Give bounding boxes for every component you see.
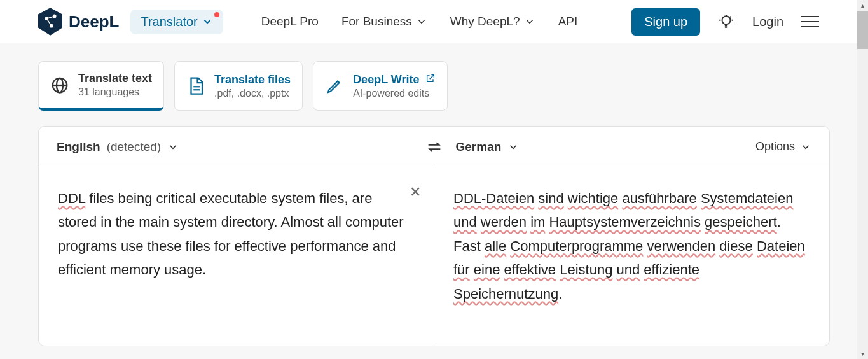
tw: wichtige <box>568 190 618 206</box>
hamburger-line-icon <box>801 21 819 22</box>
tab-write-title: DeepL Write <box>353 73 435 87</box>
chevron-down-icon <box>524 16 535 27</box>
tab-files-title: Translate files <box>214 73 291 87</box>
tw: effiziente <box>644 262 699 278</box>
chevron-down-icon <box>416 16 427 27</box>
tab-text-sub: 31 languages <box>78 87 152 98</box>
target-language-selector[interactable]: German Options <box>431 140 830 154</box>
lightbulb-icon[interactable] <box>718 13 734 30</box>
tab-files-sub: .pdf, .docx, .pptx <box>214 88 291 99</box>
scrollbar-thumb[interactable] <box>857 11 868 49</box>
tab-translate-files[interactable]: Translate files .pdf, .docx, .pptx <box>174 61 303 111</box>
translator-panel: English (detected) German Options ✕ DDL … <box>38 126 830 346</box>
svg-point-6 <box>722 16 731 24</box>
chevron-down-icon <box>167 141 179 153</box>
nav-api[interactable]: API <box>558 15 578 29</box>
tw: Leistung <box>560 262 612 278</box>
tw: DDL-Dateien <box>453 190 534 206</box>
tw: Systemdateien <box>701 190 794 206</box>
header-right: Sign up Login <box>631 8 819 36</box>
translator-label: Translator <box>141 15 197 29</box>
source-word: DDL <box>58 190 85 206</box>
tw: Speichernutzung <box>453 286 558 302</box>
tw: gespeichert <box>705 214 777 230</box>
tw: sind <box>538 190 563 206</box>
pencil-icon <box>325 76 344 95</box>
tw: Computerprogramme <box>510 238 643 254</box>
nav-why[interactable]: Why DeepL? <box>450 15 535 29</box>
source-rest: files being critical executable system f… <box>58 190 404 278</box>
tw: diese <box>719 238 753 254</box>
options-button[interactable]: Options <box>755 140 829 153</box>
deepl-logo-icon <box>38 8 62 36</box>
tw: alle <box>485 238 506 254</box>
external-link-icon <box>425 73 436 83</box>
tw: und <box>617 262 640 278</box>
tp: . <box>558 286 562 302</box>
translation-panes: ✕ DDL files being critical executable sy… <box>39 167 829 346</box>
header: DeepL Translator DeepL Pro For Business … <box>0 0 857 43</box>
language-bar: English (detected) German Options <box>39 127 829 167</box>
translator-dropdown[interactable]: Translator <box>130 10 223 34</box>
source-lang-detected: (detected) <box>107 140 162 154</box>
signup-button[interactable]: Sign up <box>631 8 700 36</box>
clear-text-button[interactable]: ✕ <box>410 180 421 204</box>
hamburger-line-icon <box>801 16 819 17</box>
target-text-area[interactable]: DDL-Dateien sind wichtige ausführbare Sy… <box>434 167 829 346</box>
login-link[interactable]: Login <box>752 15 783 29</box>
scroll-down-icon[interactable]: ▾ <box>857 348 868 359</box>
tw: eine <box>474 262 500 278</box>
tw: effektive <box>504 262 556 278</box>
tab-translate-text[interactable]: Translate text 31 languages <box>38 61 164 111</box>
tw: verwenden <box>647 238 715 254</box>
globe-icon <box>50 76 69 95</box>
logo[interactable]: DeepL <box>38 8 119 36</box>
brand-name: DeepL <box>69 12 119 32</box>
tw: für <box>453 262 470 278</box>
tw: im <box>530 214 545 230</box>
document-icon <box>186 76 205 95</box>
target-lang-name: German <box>456 140 502 154</box>
tw: und <box>453 214 477 230</box>
hamburger-line-icon <box>801 26 819 27</box>
source-text-area[interactable]: ✕ DDL files being critical executable sy… <box>39 167 434 346</box>
tw: Dateien <box>757 238 805 254</box>
main-nav: DeepL Pro For Business Why DeepL? API <box>261 15 577 29</box>
menu-button[interactable] <box>801 16 819 27</box>
source-language-selector[interactable]: English (detected) <box>39 140 431 154</box>
source-lang-name: English <box>57 140 100 154</box>
vertical-scrollbar[interactable]: ▴ ▾ <box>857 0 868 359</box>
chevron-down-icon <box>507 141 519 153</box>
scroll-up-icon[interactable]: ▴ <box>857 0 868 11</box>
nav-business[interactable]: For Business <box>341 15 427 29</box>
mode-tabs: Translate text 31 languages Translate fi… <box>0 43 868 111</box>
tab-deepl-write[interactable]: DeepL Write AI-powered edits <box>313 61 447 111</box>
tw: ausführbare <box>622 190 696 206</box>
tw: Hauptsystemverzeichnis <box>549 214 700 230</box>
swap-languages-button[interactable] <box>424 136 445 158</box>
notification-dot-icon <box>214 12 219 17</box>
chevron-down-icon <box>800 141 811 153</box>
tab-text-title: Translate text <box>78 72 152 85</box>
swap-icon <box>425 138 443 156</box>
tw: werden <box>481 214 527 230</box>
svg-marker-0 <box>38 8 62 36</box>
nav-pro[interactable]: DeepL Pro <box>261 15 319 29</box>
chevron-down-icon <box>202 16 213 27</box>
tab-write-sub: AI-powered edits <box>353 88 435 99</box>
